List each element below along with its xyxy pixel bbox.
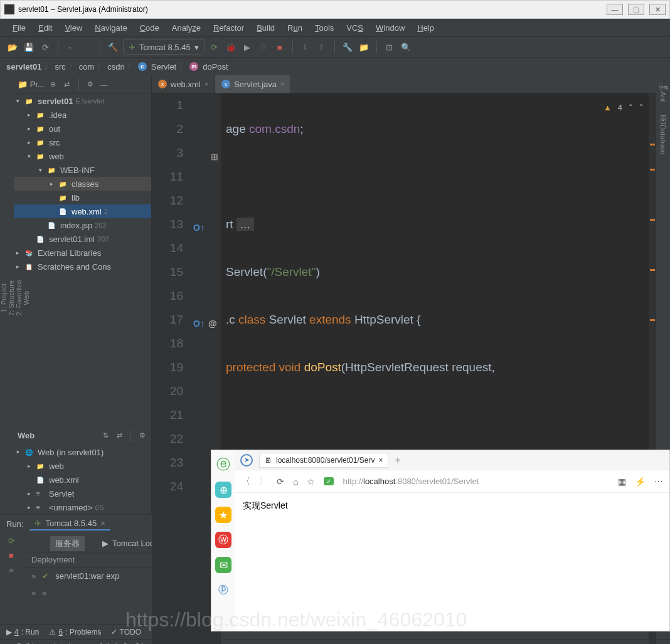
tree-web[interactable]: ▾📁 web (14, 149, 151, 163)
fold-expand-icon[interactable]: ⊞ (211, 145, 218, 169)
browser-tab[interactable]: 🗎 localhost:8080/servlet01/Serv × (259, 453, 388, 468)
close-icon[interactable]: × (280, 80, 284, 88)
bc-project[interactable]: servlet01 (6, 62, 41, 71)
tree-src[interactable]: ▸📁 src (14, 135, 151, 149)
run-config-tab[interactable]: ✈ Tomcat 8.5.45 × (29, 517, 110, 531)
tree-out[interactable]: ▸📁 out (14, 122, 151, 135)
web-tree-root[interactable]: ▾🌐 Web (in servlet01) (14, 445, 151, 459)
close-button[interactable]: ✕ (649, 4, 666, 15)
hide-icon[interactable]: — (99, 80, 109, 90)
rail-project[interactable]: 1: Project (0, 283, 8, 312)
gear-icon[interactable]: ⚙ (85, 80, 95, 90)
web-tree-webxml[interactable]: 📄 web.xml (14, 473, 151, 487)
expand-icon[interactable]: ⇄ (62, 80, 72, 90)
tab-servlet[interactable]: c Servlet.java × (215, 75, 291, 93)
gear2-icon[interactable]: ⚙ (137, 431, 147, 441)
back-icon[interactable]: 〈 (242, 476, 250, 487)
sync-icon[interactable]: ⟳ (39, 41, 51, 53)
lightning-icon[interactable]: ⚡ (635, 477, 646, 487)
build-icon[interactable]: 🔨 (107, 41, 119, 53)
stop-icon[interactable]: ■ (274, 41, 286, 53)
tree-idea[interactable]: ▸📁 .idea (14, 108, 151, 122)
expand2-icon[interactable]: ⇄ (114, 431, 124, 441)
bottom-run[interactable]: ▶ 4: Run (6, 628, 39, 636)
open-icon[interactable]: 📂 (6, 41, 19, 53)
sidebar-weibo-icon[interactable]: ⓦ (215, 532, 231, 548)
ant-icon[interactable]: 🐜 (658, 82, 669, 92)
rail-structure[interactable]: 7: Structure (8, 280, 15, 316)
home-icon[interactable]: ⌂ (293, 477, 298, 487)
menu-code[interactable]: Code (135, 21, 164, 34)
rail-web[interactable]: Web (23, 291, 30, 305)
menu-analyze[interactable]: Analyze (167, 21, 206, 34)
web-tree-servlet[interactable]: ▸≡ Servlet (14, 487, 151, 500)
sidebar-app2-icon[interactable]: ⓟ (215, 582, 231, 598)
presentation-icon[interactable]: ⊡ (383, 41, 396, 53)
forward-icon[interactable]: 〉 (259, 476, 268, 487)
collapse-icon[interactable]: ⇅ (100, 431, 110, 441)
forward-icon[interactable]: → (81, 41, 93, 53)
tree-project-root[interactable]: ▾📁 servlet01 E:\servlet (14, 94, 151, 108)
run-icon[interactable]: ⟳ (208, 41, 221, 53)
sidebar-star-icon[interactable]: ★ (215, 507, 231, 523)
rail-ant[interactable]: Ant (659, 92, 667, 102)
menu-navigate[interactable]: Navigate (90, 21, 132, 34)
web-tree-unnamed[interactable]: ▸≡ <unnamed> (/S (14, 500, 151, 514)
tree-scratches[interactable]: ▸📋 Scratches and Cons (14, 260, 151, 273)
target-icon[interactable]: ⊕ (48, 80, 58, 90)
chevron-up-icon[interactable]: ˄ (629, 96, 633, 120)
save-icon[interactable]: 💾 (23, 41, 35, 53)
stop-icon[interactable]: ■ (9, 551, 14, 560)
rail-favorites[interactable]: 2: Favorites (15, 280, 23, 315)
bottom-problems[interactable]: ⚠ 6: Problems (49, 628, 101, 636)
qr-icon[interactable]: ▦ (618, 477, 626, 487)
menu-help[interactable]: Help (412, 21, 439, 34)
run-config-selector[interactable]: ✈ Tomcat 8.5.45 ▾ (123, 40, 205, 55)
menu-build[interactable]: Build (252, 21, 280, 34)
override-icon[interactable]: O↑ (193, 216, 205, 240)
bc-src[interactable]: src (55, 62, 65, 71)
rerun-icon[interactable]: ⟳ (8, 536, 15, 546)
debug-icon[interactable]: 🐞 (225, 41, 237, 53)
vcs-update-icon[interactable]: ⬇ (299, 41, 312, 53)
bc-method[interactable]: doPost (203, 62, 228, 71)
tree-lib[interactable]: 📁 lib (14, 191, 151, 204)
editor-inspection[interactable]: ▲ 4 ˄ ˅ (604, 96, 644, 120)
database-icon[interactable]: 🗄 (659, 115, 667, 125)
menu-tools[interactable]: Tools (310, 21, 339, 34)
tab-webxml[interactable]: x web.xml × (152, 75, 215, 93)
tree-webxml[interactable]: 📄 web.xml 2 (14, 204, 151, 218)
url-input[interactable]: http://localhost:8080/servlet01/Servlet (343, 477, 609, 486)
coverage-icon[interactable]: ▶ (241, 41, 253, 53)
tree-classes[interactable]: ▸📁 classes (14, 177, 151, 191)
menu-vcs[interactable]: VCS (341, 21, 368, 34)
web-tree[interactable]: ▾🌐 Web (in servlet01) ▸📁 web 📄 web.xml ▸… (14, 445, 151, 514)
tree-extlib[interactable]: ▸📚 External Libraries (14, 246, 151, 260)
run-tab-server[interactable]: 服务器 (50, 536, 85, 551)
add-tab-button[interactable]: + (395, 455, 400, 466)
bc-class[interactable]: Servlet (151, 62, 176, 71)
more-icon[interactable]: » (9, 565, 13, 574)
bc-com[interactable]: com (79, 62, 95, 71)
chevron-down-icon[interactable]: ˅ (639, 96, 644, 120)
tree-iml[interactable]: 📄 servlet01.iml 202 (14, 232, 151, 246)
more-icon[interactable]: ⋯ (654, 477, 663, 487)
override-icon[interactable]: O↑ (193, 312, 205, 335)
menu-refactor[interactable]: Refactor (208, 21, 249, 34)
menu-file[interactable]: File (8, 21, 31, 34)
maximize-button[interactable]: ▢ (628, 4, 644, 15)
back-icon[interactable]: ← (65, 41, 77, 53)
vcs-commit-icon[interactable]: ⬆ (316, 41, 328, 53)
bc-csdn[interactable]: csdn (107, 62, 124, 71)
profiler-icon[interactable]: ⏱ (257, 41, 270, 53)
browser-logo-icon[interactable]: ⓔ (215, 457, 231, 473)
menu-view[interactable]: View (60, 21, 87, 34)
star-icon[interactable]: ☆ (307, 477, 315, 487)
search-icon[interactable]: 🔍 (400, 41, 412, 53)
nav-icon[interactable]: ➤ (240, 454, 253, 467)
sidebar-app1-icon[interactable]: ⊕ (215, 482, 231, 498)
menu-edit[interactable]: Edit (33, 21, 57, 34)
sidebar-mail-icon[interactable]: ✉ (215, 557, 231, 573)
close-icon[interactable]: × (378, 456, 383, 465)
web-tree-web[interactable]: ▸📁 web (14, 459, 151, 473)
